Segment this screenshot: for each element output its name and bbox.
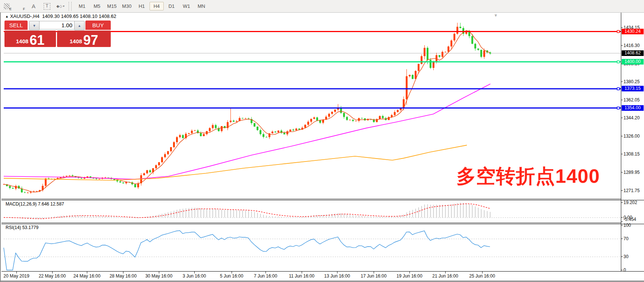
symbol-name: XAUUSD-,H4 xyxy=(10,13,40,19)
time-tick: 3 Jun 16:00 xyxy=(183,273,206,279)
buy-price-big: 97 xyxy=(83,35,98,46)
timeframe-m1[interactable]: M1 xyxy=(75,2,89,10)
price-tick: 1416.30 xyxy=(623,43,640,48)
time-tick: 13 Jun 16:00 xyxy=(324,273,350,279)
sell-price-big: 61 xyxy=(29,35,44,46)
price-tick: 1326.00 xyxy=(623,134,640,139)
time-tick: 24 May 16:00 xyxy=(73,273,101,279)
price-badge-1430.24: 1430.24 xyxy=(622,29,644,34)
text-icon[interactable]: A xyxy=(28,2,39,11)
time-tick: 7 Jun 16:00 xyxy=(254,273,277,279)
chart-text-annotation: 多空转折点1400 xyxy=(456,163,600,189)
price-tick: 1380.25 xyxy=(623,79,640,84)
price-tick: 1271.75 xyxy=(623,188,640,193)
toolbar-separator xyxy=(69,2,72,11)
volume-input[interactable] xyxy=(39,21,75,29)
time-tick: 28 May 16:00 xyxy=(110,273,137,279)
draw-objects-icon[interactable]: E xyxy=(1,2,12,11)
fibonacci-grid-icon[interactable]: F xyxy=(15,2,26,11)
buy-price-small: 1408 xyxy=(70,38,82,44)
one-click-trading-panel: SELL ▼ ▲ BUY 140861 140897 xyxy=(4,21,111,46)
direction-triangle-icon: ▲ xyxy=(5,15,9,18)
ohlc-values: 1409.30 1409.65 1408.10 1408.62 xyxy=(42,13,116,19)
time-tick: 20 May 2019 xyxy=(3,273,29,279)
time-tick: 22 May 16:00 xyxy=(39,273,66,279)
toolbar: EFAT◆◇▾ M1M5M15M30H1H4D1W1MN xyxy=(0,0,644,13)
timeframe-m5[interactable]: M5 xyxy=(90,2,104,10)
macd-label: MACD(12,26,9) 7.646 12.587 xyxy=(6,201,64,207)
rsi-tick: 0 xyxy=(623,267,626,273)
timeframe-w1[interactable]: W1 xyxy=(179,2,194,10)
rsi-tick: 100 xyxy=(623,223,631,228)
timeframe-d1[interactable]: D1 xyxy=(164,2,179,10)
macd-tick: -5.454 xyxy=(623,217,636,222)
volume-decrease-button[interactable]: ▼ xyxy=(29,21,40,30)
chart-window: ▲XAUUSD-,H4 1409.30 1409.65 1408.10 1408… xyxy=(0,12,644,282)
price-badge-1400.00: 1400.00 xyxy=(622,59,644,65)
timeframe-h4[interactable]: H4 xyxy=(150,2,164,10)
price-badge-1354.00: 1354.00 xyxy=(622,105,644,111)
timeframe-mn[interactable]: MN xyxy=(194,2,208,10)
buy-price-box[interactable]: 140897 xyxy=(57,31,111,47)
time-tick: 21 Jun 16:00 xyxy=(432,273,458,279)
mt4-application: EFAT◆◇▾ M1M5M15M30H1H4D1W1MN ▲XAUUSD-,H4… xyxy=(0,0,644,282)
symbol-header: ▲XAUUSD-,H4 1409.30 1409.65 1408.10 1408… xyxy=(5,13,116,19)
sell-button[interactable]: SELL xyxy=(4,21,28,30)
timeframe-h1[interactable]: H1 xyxy=(135,2,149,10)
time-tick: 30 May 16:00 xyxy=(145,273,173,279)
time-tick: 25 Jun 16:00 xyxy=(469,273,495,279)
time-tick: 11 Jun 16:00 xyxy=(289,273,315,279)
time-tick: 19 Jun 16:00 xyxy=(396,273,422,279)
timeframe-m15[interactable]: M15 xyxy=(105,2,119,10)
price-tick: 1289.95 xyxy=(623,170,640,175)
price-badge-1373.15: 1373.15 xyxy=(622,86,644,91)
timeframe-group: M1M5M15M30H1H4D1W1MN xyxy=(75,2,209,10)
price-badge-1408.62: 1408.62 xyxy=(622,50,644,56)
volume-increase-button[interactable]: ▲ xyxy=(74,21,85,30)
sell-price-box[interactable]: 140861 xyxy=(4,31,56,47)
text-label-icon[interactable]: T xyxy=(41,2,53,11)
time-tick: 5 Jun 16:00 xyxy=(220,273,244,279)
drawing-tools-group: EFAT◆◇▾ xyxy=(0,2,67,11)
buy-button[interactable]: BUY xyxy=(85,21,111,30)
chart-quick-nav-arrow-icon[interactable]: ▼ xyxy=(494,13,498,18)
time-tick: 17 Jun 16:00 xyxy=(361,273,386,279)
macd-tick: 19.202 xyxy=(623,200,637,205)
chart-canvas[interactable] xyxy=(1,12,644,282)
price-tick: 1344.20 xyxy=(623,115,640,120)
arrows-icon[interactable]: ◆◇▾ xyxy=(55,2,66,11)
rsi-tick: 30 xyxy=(623,254,628,259)
timeframe-m30[interactable]: M30 xyxy=(120,2,134,10)
price-tick: 1362.05 xyxy=(623,97,640,103)
rsi-label: RSI(14) 53.1779 xyxy=(6,225,38,230)
window-bottom-edge xyxy=(1,281,644,282)
sell-price-small: 1408 xyxy=(16,38,28,44)
price-tick: 1308.15 xyxy=(623,151,640,157)
rsi-tick: 70 xyxy=(623,236,628,241)
